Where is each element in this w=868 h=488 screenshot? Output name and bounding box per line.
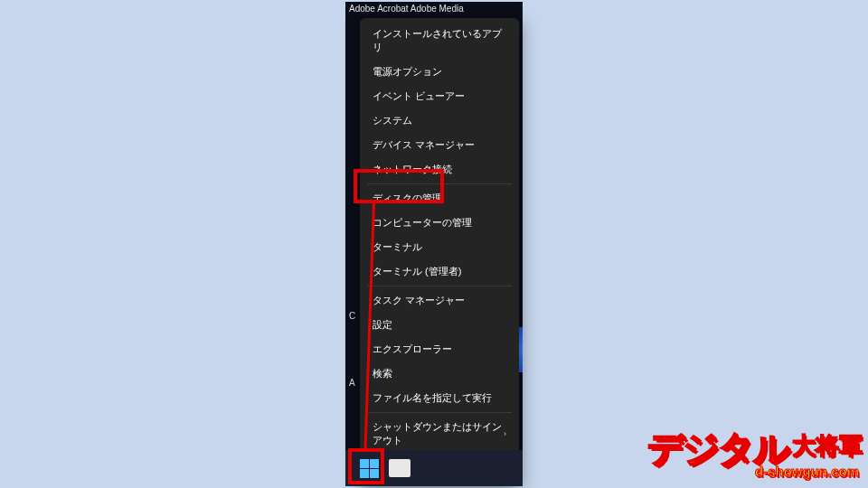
desktop-icon-labels: Adobe Acrobat Adobe Media: [349, 4, 464, 14]
watermark-main: デジタル: [647, 428, 788, 468]
menu-item-label: インストールされているアプリ: [373, 27, 506, 54]
windows-logo-icon: [360, 459, 379, 478]
menu-item-label: ネットワーク接続: [373, 163, 452, 176]
menu-item-11[interactable]: 設定: [360, 313, 519, 337]
menu-item-10[interactable]: タスク マネージャー: [360, 288, 519, 313]
start-button[interactable]: [356, 455, 382, 481]
desktop-left-glyph-2: A: [349, 378, 355, 388]
menu-item-label: ターミナル: [373, 240, 422, 254]
desktop-left-glyph-1: C: [349, 311, 355, 321]
menu-item-label: 検索: [373, 367, 392, 380]
menu-item-label: システム: [373, 114, 412, 127]
menu-item-label: デバイス マネージャー: [373, 138, 475, 152]
watermark-sub: 大将軍: [792, 432, 863, 459]
menu-item-9[interactable]: ターミナル (管理者): [360, 259, 519, 284]
menu-item-8[interactable]: ターミナル: [360, 235, 519, 259]
menu-item-15[interactable]: シャットダウンまたはサインアウト›: [360, 415, 519, 453]
menu-separator: [367, 412, 512, 413]
menu-item-4[interactable]: デバイス マネージャー: [360, 133, 519, 157]
chevron-right-icon: ›: [504, 429, 506, 438]
menu-item-label: 電源オプション: [373, 65, 442, 79]
menu-item-6[interactable]: ディスクの管理: [360, 186, 519, 211]
menu-item-14[interactable]: ファイル名を指定して実行: [360, 386, 519, 410]
menu-item-7[interactable]: コンピューターの管理: [360, 211, 519, 235]
taskbar-app-icon[interactable]: [389, 459, 410, 477]
menu-item-label: エクスプローラー: [373, 343, 452, 356]
menu-item-5[interactable]: ネットワーク接続: [360, 157, 519, 182]
winx-context-menu: インストールされているアプリ電源オプションイベント ビューアーシステムデバイス …: [360, 18, 519, 485]
taskbar: [345, 450, 523, 486]
menu-separator: [367, 183, 512, 184]
menu-item-label: 設定: [373, 318, 392, 332]
menu-item-label: ファイル名を指定して実行: [373, 391, 492, 405]
menu-item-label: シャットダウンまたはサインアウト: [373, 420, 504, 447]
menu-item-label: ターミナル (管理者): [373, 265, 461, 278]
menu-separator: [367, 286, 512, 286]
watermark: デジタル大将軍 d-showgun.com: [647, 430, 859, 479]
menu-item-label: タスク マネージャー: [373, 294, 465, 307]
menu-item-0[interactable]: インストールされているアプリ: [360, 22, 519, 60]
menu-item-12[interactable]: エクスプローラー: [360, 337, 519, 361]
menu-item-label: イベント ビューアー: [373, 89, 465, 103]
menu-item-3[interactable]: システム: [360, 108, 519, 133]
menu-item-2[interactable]: イベント ビューアー: [360, 84, 519, 108]
menu-item-1[interactable]: 電源オプション: [360, 60, 519, 84]
menu-item-label: コンピューターの管理: [373, 216, 472, 230]
menu-item-label: ディスクの管理: [373, 192, 442, 205]
menu-item-13[interactable]: 検索: [360, 361, 519, 386]
